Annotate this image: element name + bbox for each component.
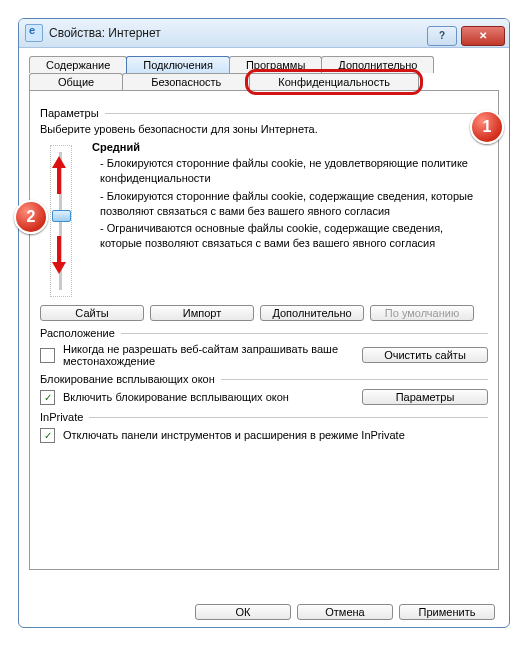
privacy-bullet-1: - Блокируются сторонние файлы cookie, не… bbox=[100, 156, 488, 186]
group-popup-label: Блокирование всплывающих окон bbox=[40, 373, 215, 385]
ok-button[interactable]: ОК bbox=[195, 604, 291, 620]
privacy-level-name: Средний bbox=[92, 141, 140, 153]
popup-params-button[interactable]: Параметры bbox=[362, 389, 488, 405]
tab-programs[interactable]: Программы bbox=[229, 56, 322, 73]
annotation-badge-2: 2 bbox=[14, 200, 48, 234]
annotation-arrow-line-up bbox=[57, 168, 61, 194]
never-allow-location-checkbox[interactable] bbox=[40, 348, 55, 363]
internet-options-icon bbox=[25, 24, 43, 42]
close-button[interactable]: ✕ bbox=[461, 26, 505, 46]
import-button[interactable]: Импорт bbox=[150, 305, 254, 321]
help-button[interactable]: ? bbox=[427, 26, 457, 46]
tab-content[interactable]: Содержание bbox=[29, 56, 127, 73]
annotation-arrow-up-icon bbox=[52, 156, 66, 168]
inprivate-disable-toolbars-label: Отключать панели инструментов и расширен… bbox=[63, 429, 488, 441]
cancel-button[interactable]: Отмена bbox=[297, 604, 393, 620]
tab-general[interactable]: Общие bbox=[29, 73, 123, 90]
default-button[interactable]: По умолчанию bbox=[370, 305, 474, 321]
annotation-arrow-line-down bbox=[57, 236, 61, 262]
privacy-bullet-3: - Ограничиваются основные файлы cookie, … bbox=[100, 221, 488, 251]
tab-body: Параметры Выберите уровень безопасности … bbox=[29, 90, 499, 570]
enable-popup-block-checkbox[interactable] bbox=[40, 390, 55, 405]
privacy-bullet-2: - Блокируются сторонние файлы cookie, со… bbox=[100, 189, 488, 219]
titlebar: Свойства: Интернет ? ✕ bbox=[19, 19, 509, 48]
zone-desc: Выберите уровень безопасности для зоны И… bbox=[40, 123, 488, 135]
group-location-label: Расположение bbox=[40, 327, 115, 339]
sites-button[interactable]: Сайты bbox=[40, 305, 144, 321]
tab-control: Содержание Подключения Программы Дополни… bbox=[29, 56, 499, 570]
inprivate-disable-toolbars-checkbox[interactable] bbox=[40, 428, 55, 443]
tab-advanced[interactable]: Дополнительно bbox=[321, 56, 434, 73]
tab-security[interactable]: Безопасность bbox=[122, 73, 250, 90]
apply-button[interactable]: Применить bbox=[399, 604, 495, 620]
group-params-label: Параметры bbox=[40, 107, 99, 119]
tab-privacy[interactable]: Конфиденциальность bbox=[249, 73, 419, 90]
annotation-arrow-down-icon bbox=[52, 262, 66, 274]
slider-thumb[interactable] bbox=[52, 210, 71, 222]
enable-popup-block-label: Включить блокирование всплывающих окон bbox=[63, 391, 354, 403]
group-inprivate-label: InPrivate bbox=[40, 411, 83, 423]
window-title: Свойства: Интернет bbox=[49, 26, 161, 40]
tab-privacy-label: Конфиденциальность bbox=[278, 76, 390, 88]
dialog-window: Свойства: Интернет ? ✕ Содержание Подклю… bbox=[18, 18, 510, 628]
advanced-button[interactable]: Дополнительно bbox=[260, 305, 364, 321]
annotation-badge-1: 1 bbox=[470, 110, 504, 144]
tab-connections[interactable]: Подключения bbox=[126, 56, 230, 73]
never-allow-location-label: Никогда не разрешать веб-сайтам запрашив… bbox=[63, 343, 354, 367]
clear-sites-button[interactable]: Очистить сайты bbox=[362, 347, 488, 363]
